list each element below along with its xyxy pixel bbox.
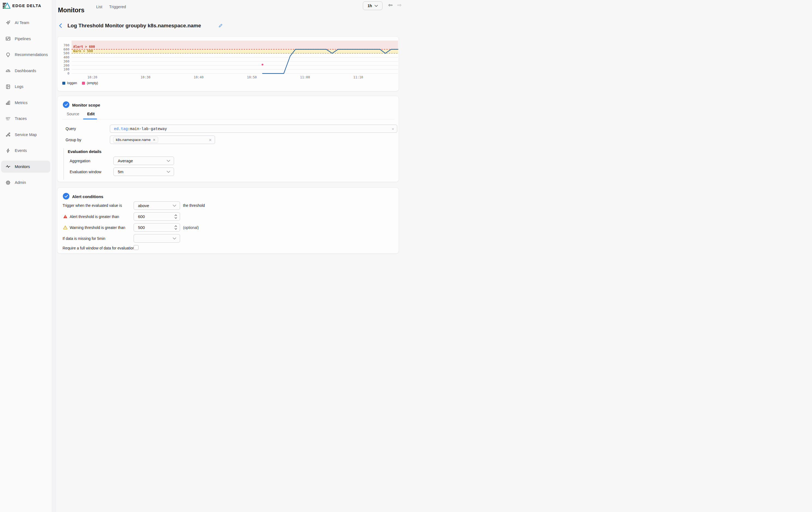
stepper-up-icon[interactable] xyxy=(175,225,177,227)
sidebar-item-label: Traces xyxy=(15,116,27,121)
full-window-checkbox[interactable] xyxy=(134,245,139,250)
tab-list[interactable]: List xyxy=(96,5,103,9)
scope-tabs: Source Edit xyxy=(67,112,94,116)
warn-threshold-label: Warn > 500 xyxy=(73,49,93,53)
legend-label: loggen xyxy=(67,81,77,85)
legend-swatch xyxy=(82,82,85,85)
dashboards-icon xyxy=(5,68,11,74)
sidebar-item-label: Monitors xyxy=(15,165,30,169)
admin-icon xyxy=(5,180,11,186)
y-tick-label: 700 xyxy=(63,44,69,47)
chevron-down-icon xyxy=(173,237,176,239)
traces-icon xyxy=(5,116,11,121)
chip-close-icon[interactable]: ✕ xyxy=(153,138,155,142)
time-forward-button[interactable]: ⇨ xyxy=(397,2,402,8)
alert-threshold-value: 600 xyxy=(138,214,145,219)
sidebar-scroll-gutter[interactable] xyxy=(52,0,56,256)
optional-suffix: (optional) xyxy=(183,226,199,230)
trigger-direction-value: above xyxy=(138,203,149,208)
warning-threshold-label: Warning threshold is greater than xyxy=(70,226,125,230)
edge-delta-logo[interactable]: EDGEDELTA xyxy=(3,2,41,9)
warning-threshold-input[interactable]: 500 xyxy=(134,223,180,232)
groupby-label: Group by xyxy=(65,138,81,142)
sidebar-item-service-map[interactable]: Service Map xyxy=(1,129,50,141)
service-map-icon xyxy=(5,132,11,137)
sidebar-item-label: Service Map xyxy=(15,133,37,137)
y-tick-label: 200 xyxy=(63,64,69,67)
sidebar-item-label: Recommendations xyxy=(15,53,48,57)
eval-window-value: 5m xyxy=(118,169,123,174)
time-back-button[interactable]: ⇦ xyxy=(388,2,393,8)
sidebar-item-monitors[interactable]: Monitors xyxy=(1,161,50,173)
x-tick-label: 11:10 xyxy=(353,76,363,79)
legend-label: (empty) xyxy=(87,81,98,85)
eval-window-select[interactable]: 5m xyxy=(113,168,174,176)
back-button[interactable] xyxy=(59,23,62,29)
y-tick-label: 300 xyxy=(63,60,69,63)
sidebar-item-label: Dashboards xyxy=(15,68,36,73)
query-key: ed.tag xyxy=(114,126,128,131)
query-input[interactable]: ed.tag:main-lab-gateway ✕ xyxy=(110,124,397,133)
tab-source[interactable]: Source xyxy=(67,112,79,116)
sidebar-item-events[interactable]: Events xyxy=(1,145,50,157)
chevron-down-icon xyxy=(167,171,170,173)
sidebar-item-recommendations[interactable]: Recommendations xyxy=(1,49,50,61)
alert-threshold-input[interactable]: 600 xyxy=(134,212,180,221)
stepper-buttons[interactable] xyxy=(175,215,177,219)
warning-triangle-icon xyxy=(63,225,67,231)
query-label: Query xyxy=(65,126,76,131)
x-tick-label: 10:50 xyxy=(247,76,257,79)
sidebar-item-logs[interactable]: Logs xyxy=(1,81,50,93)
tab-triggered[interactable]: Triggered xyxy=(109,5,126,9)
threshold-chart[interactable]: 0100200300400500600700Alert > 600Warn > … xyxy=(57,37,399,80)
x-tick-label: 10:40 xyxy=(194,76,204,79)
tab-edit[interactable]: Edit xyxy=(87,112,94,116)
monitors-icon xyxy=(5,164,11,169)
y-tick-label: 0 xyxy=(67,72,69,76)
x-tick-label: 10:20 xyxy=(87,76,97,79)
alert-complete-check xyxy=(63,193,69,199)
sidebar-item-pipelines[interactable]: Pipelines xyxy=(1,33,50,45)
chart-legend: loggen(empty) xyxy=(62,81,98,85)
trigger-direction-select[interactable]: above xyxy=(134,201,180,210)
warn-zone xyxy=(71,50,398,54)
active-tab-underline xyxy=(83,119,97,119)
sidebar-item-dashboards[interactable]: Dashboards xyxy=(1,65,50,77)
alert-conditions-card: Alert conditions Trigger when the evalua… xyxy=(57,188,399,254)
chevron-left-icon xyxy=(59,23,62,28)
missing-data-label: If data is missing for 5min xyxy=(63,236,105,241)
groupby-clear-icon[interactable]: ✕ xyxy=(209,138,212,142)
aggregation-select[interactable]: Average xyxy=(113,157,174,165)
groupby-chip[interactable]: k8s.namespace.name ✕ xyxy=(113,137,158,143)
logs-icon xyxy=(5,84,11,90)
stepper-down-icon[interactable] xyxy=(175,228,177,230)
sidebar-item-label: Pipelines xyxy=(15,37,31,41)
time-range-select[interactable]: 1h xyxy=(363,1,382,10)
stepper-up-icon[interactable] xyxy=(175,215,177,216)
sidebar-item-traces[interactable]: Traces xyxy=(1,113,50,124)
sidebar-item-ai-team[interactable]: AI Team xyxy=(1,17,50,29)
sidebar: EDGEDELTA AI TeamPipelinesRecommendation… xyxy=(0,0,52,256)
sidebar-item-admin[interactable]: Admin xyxy=(1,176,50,189)
query-clear-icon[interactable]: ✕ xyxy=(392,127,394,131)
legend-item[interactable]: (empty) xyxy=(82,81,98,85)
check-icon xyxy=(64,103,68,106)
brand-wordmark: EDGEDELTA xyxy=(12,4,41,8)
pipelines-icon xyxy=(5,36,11,41)
warning-threshold-value: 500 xyxy=(138,225,145,230)
missing-data-select[interactable] xyxy=(134,234,180,243)
ai-team-icon xyxy=(5,20,11,26)
legend-swatch xyxy=(62,82,65,85)
legend-item[interactable]: loggen xyxy=(62,81,77,85)
aggregation-label: Aggregation xyxy=(70,159,90,163)
groupby-chip-label: k8s.namespace.name xyxy=(116,138,150,142)
edit-title-button[interactable] xyxy=(218,24,223,29)
series-point-(empty) xyxy=(261,64,263,65)
sidebar-item-metrics[interactable]: Metrics xyxy=(1,97,50,109)
stepper-down-icon[interactable] xyxy=(175,217,177,219)
eval-indent-line xyxy=(63,148,64,180)
y-tick-label: 100 xyxy=(63,67,69,71)
trigger-label: Trigger when the evaluated value is xyxy=(63,203,122,208)
stepper-buttons[interactable] xyxy=(175,225,177,230)
groupby-input[interactable]: k8s.namespace.name ✕ ✕ xyxy=(110,136,215,144)
